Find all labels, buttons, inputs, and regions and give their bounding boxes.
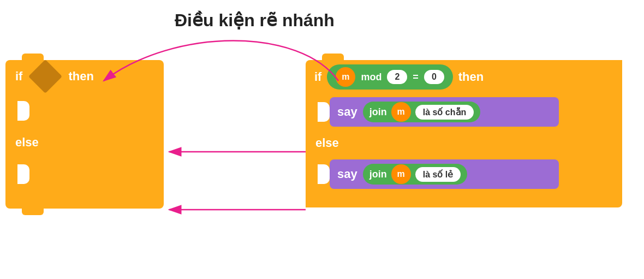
right-then-cutout: [318, 102, 330, 122]
say-even-block: say join m là số chẵn: [330, 97, 559, 127]
say2-label: say: [337, 167, 357, 181]
left-if-row: if then: [5, 60, 164, 93]
eq-value: 0: [424, 70, 444, 84]
condition-block: m mod 2 = 0: [327, 64, 452, 90]
right-else-row: else: [306, 130, 622, 156]
left-if-else-block: if then else: [5, 60, 164, 209]
left-else-slot: [5, 156, 164, 192]
right-else-label: else: [315, 136, 339, 150]
join2-label: join: [369, 169, 387, 180]
eq-label: =: [413, 72, 419, 83]
left-then-body: [29, 93, 164, 129]
right-then-label: then: [458, 70, 484, 84]
join1-var-m: m: [391, 102, 411, 122]
left-else-rail: [5, 156, 29, 192]
left-else-label: else: [15, 135, 39, 150]
left-else-row: else: [5, 129, 164, 156]
right-bottom-cap: [306, 192, 622, 207]
mod-value: 2: [387, 70, 407, 84]
join-even-block: join m là số chẵn: [363, 102, 481, 122]
right-then-body: say join m là số chẵn: [330, 94, 622, 130]
right-else-slot: say join m là số lẻ: [306, 156, 622, 192]
say1-label: say: [337, 105, 357, 119]
join2-text: là số lẻ: [415, 167, 461, 182]
left-then-slot: [5, 93, 164, 129]
left-bottom-cap: [5, 192, 164, 209]
join1-label: join: [369, 106, 387, 118]
left-then-cutout: [17, 101, 29, 121]
left-then-label: then: [68, 69, 93, 84]
right-else-cutout: [318, 164, 330, 184]
left-if-label: if: [15, 69, 22, 84]
left-then-rail: [5, 93, 29, 129]
mod-label: mod: [361, 72, 381, 83]
join2-var-m: m: [391, 164, 411, 184]
page-title: Điều kiện rẽ nhánh: [175, 10, 335, 31]
right-if-row: if m mod 2 = 0 then: [306, 60, 622, 94]
main-container: Điều kiện rẽ nhánh if then else: [0, 0, 644, 279]
left-else-cutout: [17, 164, 29, 184]
right-if-label: if: [314, 70, 321, 84]
left-condition-diamond: [28, 60, 62, 93]
say-odd-block: say join m là số lẻ: [330, 159, 559, 189]
left-else-body: [29, 156, 164, 192]
join1-text: là số chẵn: [415, 105, 474, 120]
right-else-body: say join m là số lẻ: [330, 156, 622, 192]
var-m-circle: m: [336, 67, 355, 87]
right-then-rail: [306, 94, 330, 130]
right-else-rail: [306, 156, 330, 192]
right-then-slot: say join m là số chẵn: [306, 94, 622, 130]
right-if-else-block: if m mod 2 = 0 then say join: [306, 60, 622, 207]
join-odd-block: join m là số lẻ: [363, 164, 468, 185]
